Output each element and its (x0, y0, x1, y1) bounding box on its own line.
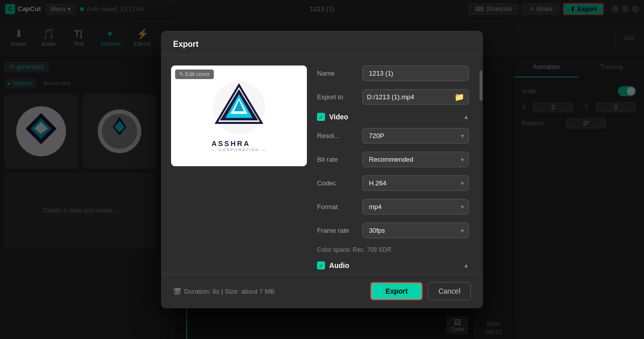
framerate-label: Frame rate (317, 227, 362, 234)
export-modal: Export ✎ Edit cover (161, 31, 483, 308)
format-select-wrapper: mp4 mov avi ▾ (362, 199, 469, 215)
video-section-title: Video (329, 113, 348, 121)
modal-scrollbar[interactable] (479, 55, 483, 274)
framerate-select[interactable]: 24fps 25fps 29.97fps 30fps 60fps (362, 223, 469, 238)
resolution-select[interactable]: 360P 480P 720P 1080P 2K 4K (362, 128, 469, 144)
modal-preview: ✎ Edit cover (161, 55, 317, 274)
codec-select[interactable]: H.264 H.265 ProRes (362, 175, 469, 191)
duration-info: 🎬 Duration: 6s | Size: about 7 MB (173, 288, 275, 295)
preview-cover: ✎ Edit cover (171, 65, 307, 166)
bitrate-label: Bit rate (317, 156, 362, 163)
modal-title: Export (173, 40, 199, 48)
name-row: Name (317, 65, 469, 81)
resolution-label: Resol... (317, 132, 362, 140)
format-label: Format (317, 203, 362, 211)
codec-row: Codec H.264 H.265 ProRes ▾ (317, 175, 469, 191)
bitrate-select[interactable]: Low Medium Recommended High (362, 152, 469, 167)
color-space-text: Color space: Rec. 709 SDR (317, 246, 469, 253)
export-to-row: Export to 📁 (317, 89, 469, 105)
duration-text: Duration: 6s | Size: about 7 MB (184, 288, 275, 295)
export-button[interactable]: Export (370, 282, 423, 300)
codec-select-wrapper: H.264 H.265 ProRes ▾ (362, 175, 469, 191)
audio-section-header: ✓ Audio ▲ (317, 261, 469, 269)
film-icon: 🎬 (173, 288, 181, 295)
resolution-row: Resol... 360P 480P 720P 1080P 2K 4K ▾ (317, 128, 469, 144)
modal-settings: Name Export to 📁 ✓ Video ▲ (317, 55, 479, 274)
video-section-chevron-icon[interactable]: ▲ (463, 113, 469, 120)
format-select[interactable]: mp4 mov avi (362, 199, 469, 215)
edit-cover-button[interactable]: ✎ Edit cover (175, 70, 214, 79)
name-input[interactable] (362, 65, 469, 81)
video-checkbox[interactable]: ✓ (317, 113, 325, 121)
audio-section-chevron-icon[interactable]: ▲ (463, 262, 469, 269)
modal-overlay: Export ✎ Edit cover (0, 0, 644, 339)
audio-checkbox[interactable]: ✓ (317, 261, 325, 269)
asshra-brand-text: ASSHRA — CORPORATION — (211, 140, 266, 152)
export-path-input[interactable]: 📁 (362, 89, 469, 105)
audio-section-title: Audio (329, 261, 349, 269)
name-label: Name (317, 70, 362, 77)
export-to-label: Export to (317, 93, 362, 101)
bitrate-row: Bit rate Low Medium Recommended High ▾ (317, 152, 469, 167)
scrollbar-thumb[interactable] (479, 71, 482, 101)
resolution-select-wrapper: 360P 480P 720P 1080P 2K 4K ▾ (362, 128, 469, 144)
modal-body: ✎ Edit cover (161, 55, 483, 274)
modal-actions: Export Cancel (370, 282, 471, 300)
export-path-field[interactable] (367, 90, 451, 104)
framerate-select-wrapper: 24fps 25fps 29.97fps 30fps 60fps ▾ (362, 223, 469, 238)
modal-header: Export (161, 31, 483, 55)
folder-icon[interactable]: 📁 (454, 92, 464, 102)
asshra-logo: ASSHRA — CORPORATION — (211, 80, 267, 152)
framerate-row: Frame rate 24fps 25fps 29.97fps 30fps 60… (317, 223, 469, 238)
modal-footer: 🎬 Duration: 6s | Size: about 7 MB Export… (161, 274, 483, 308)
cancel-button[interactable]: Cancel (428, 282, 471, 300)
bitrate-select-wrapper: Low Medium Recommended High ▾ (362, 152, 469, 167)
codec-label: Codec (317, 179, 362, 187)
format-row: Format mp4 mov avi ▾ (317, 199, 469, 215)
video-section-header: ✓ Video ▲ (317, 113, 469, 121)
